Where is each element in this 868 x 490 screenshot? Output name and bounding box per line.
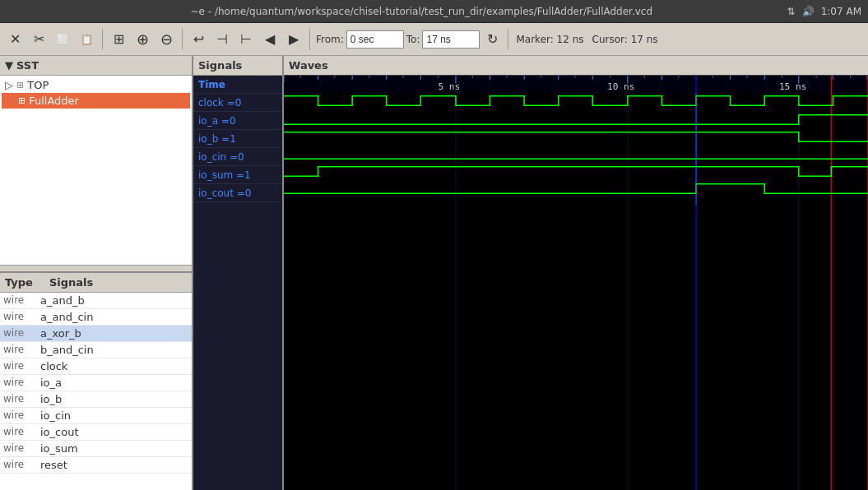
sst-header: ▼ SST — [0, 56, 192, 76]
svg-rect-0 — [284, 76, 868, 490]
signal-type-io-b: wire — [3, 393, 40, 405]
signal-type-io-cout: wire — [3, 426, 40, 438]
signal-name-reset: reset — [40, 459, 188, 471]
wave-signal-io-cout[interactable]: io_cout =0 — [193, 184, 282, 202]
signal-name-a-and-b: a_and_b — [40, 294, 188, 307]
top-label: TOP — [27, 79, 49, 91]
signal-name-clock: clock — [40, 360, 188, 372]
to-input[interactable] — [422, 30, 480, 49]
signal-row-a-and-cin[interactable]: wire a_and_cin — [0, 309, 192, 326]
from-label: From: — [314, 34, 346, 45]
signal-type-b-and-cin: wire — [3, 344, 40, 356]
signals-panel-header: Waves Signals — [193, 56, 282, 76]
signal-name-io-b: io_b — [40, 393, 188, 405]
svg-text:5 ns: 5 ns — [438, 81, 460, 92]
fulladder-icon: ⊞ — [18, 95, 26, 106]
signal-name-a-xor-b: a_xor_b — [40, 327, 188, 340]
sort-icon[interactable]: ⇅ — [787, 6, 796, 17]
signals-col-header: Signals — [49, 276, 93, 289]
cursor-info: Cursor: 17 ns — [589, 34, 661, 45]
waveform-svg: 5 ns 10 ns 15 ns — [284, 76, 868, 490]
wave-signal-io-cin[interactable]: io_cin =0 — [193, 148, 282, 166]
svg-text:15 ns: 15 ns — [779, 81, 807, 92]
signals-section-header: Type Signals — [0, 271, 192, 293]
volume-icon[interactable]: 🔊 — [802, 6, 815, 17]
fulladder-label: FullAdder — [29, 95, 79, 107]
top-group-icon: ⊞ — [16, 80, 24, 90]
toolbar-file-group: ✕ ✂ ⬜ 📋 — [3, 27, 98, 52]
signal-row-io-cout[interactable]: wire io_cout — [0, 424, 192, 441]
sst-item-fulladder[interactable]: ⊞ FullAdder — [2, 93, 190, 109]
wave-signal-clock[interactable]: clock =0 — [193, 94, 282, 112]
toolbar-zoom-group: ⊞ ⊕ ⊖ — [107, 27, 178, 52]
signal-row-a-xor-b[interactable]: wire a_xor_b — [0, 326, 192, 342]
forward-button[interactable]: ⊢ — [234, 27, 258, 52]
sst-panel: ▼ SST ▷ ⊞ TOP ⊞ FullAdder Type Signals — [0, 56, 193, 490]
svg-text:10 ns: 10 ns — [607, 81, 635, 92]
signals-panel: Waves Signals Time clock =0 io_a =0 io_b… — [193, 56, 284, 490]
signal-type-a-and-b: wire — [3, 294, 40, 307]
signal-type-io-cin: wire — [3, 409, 40, 422]
zoom-fit-button[interactable]: ⊞ — [107, 27, 130, 52]
back-button[interactable]: ⊣ — [211, 27, 234, 52]
titlebar-title: ~e - /home/quantum/workspace/chisel-tuto… — [56, 6, 787, 17]
signal-row-io-a[interactable]: wire io_a — [0, 375, 192, 391]
time-header: Time — [193, 76, 282, 94]
signal-row-io-b[interactable]: wire io_b — [0, 391, 192, 408]
title-bar: ~e - /home/quantum/workspace/chisel-tuto… — [0, 0, 868, 23]
toolbar-time-group: From: To: ↻ — [314, 27, 504, 52]
signal-type-io-sum: wire — [3, 442, 40, 455]
paste-button[interactable]: 📋 — [75, 27, 98, 52]
zoom-in-button[interactable]: ⊕ — [131, 27, 154, 52]
wave-signal-io-a[interactable]: io_a =0 — [193, 112, 282, 130]
signal-type-io-a: wire — [3, 377, 40, 389]
signal-type-a-and-cin: wire — [3, 311, 40, 323]
top-expand-icon: ▷ — [5, 79, 13, 91]
sst-expand-icon[interactable]: ▼ — [5, 59, 13, 72]
toolbar: ✕ ✂ ⬜ 📋 ⊞ ⊕ ⊖ ↩ ⊣ ⊢ ◀ ▶ From: To: ↻ Mark… — [0, 23, 868, 56]
waveform-canvas[interactable]: 5 ns 10 ns 15 ns — [284, 76, 868, 490]
titlebar-controls: ⇅ 🔊 1:07 AM — [787, 6, 861, 17]
signal-row-reset[interactable]: wire reset — [0, 457, 192, 474]
wave-signal-io-sum[interactable]: io_sum =1 — [193, 166, 282, 184]
waves-panel: Waves — [284, 56, 868, 490]
signal-name-io-cin: io_cin — [40, 409, 188, 422]
sst-tree[interactable]: ▷ ⊞ TOP ⊞ FullAdder — [0, 76, 192, 265]
wave-signal-io-b[interactable]: io_b =1 — [193, 130, 282, 148]
cut-button[interactable]: ✂ — [27, 27, 50, 52]
from-input[interactable] — [346, 30, 404, 49]
sst-item-top[interactable]: ▷ ⊞ TOP — [2, 77, 190, 93]
signal-type-a-xor-b: wire — [3, 327, 40, 340]
close-button[interactable]: ✕ — [3, 27, 26, 52]
signal-name-io-sum: io_sum — [40, 442, 188, 455]
signals-table[interactable]: wire a_and_b wire a_and_cin wire a_xor_b… — [0, 293, 192, 490]
refresh-button[interactable]: ↻ — [480, 27, 504, 52]
signal-name-io-a: io_a — [40, 377, 188, 389]
separator-4 — [508, 29, 508, 50]
signal-row-a-and-b[interactable]: wire a_and_b — [0, 293, 192, 309]
type-col-header: Type — [5, 276, 33, 289]
waves-header: Waves — [284, 56, 868, 76]
separator-3 — [309, 29, 310, 50]
nav-left-button[interactable]: ◀ — [258, 27, 281, 52]
time-display: 1:07 AM — [821, 6, 861, 17]
signal-row-b-and-cin[interactable]: wire b_and_cin — [0, 342, 192, 358]
signal-name-io-cout: io_cout — [40, 426, 188, 438]
undo-button[interactable]: ↩ — [187, 27, 210, 52]
signals-list: Time clock =0 io_a =0 io_b =1 io_cin =0 … — [193, 76, 282, 490]
signal-type-reset: wire — [3, 459, 40, 471]
separator-2 — [182, 29, 183, 50]
toolbar-nav-group: ↩ ⊣ ⊢ ◀ ▶ — [187, 27, 305, 52]
to-label: To: — [405, 34, 422, 45]
signal-row-io-cin[interactable]: wire io_cin — [0, 408, 192, 424]
main-content: ▼ SST ▷ ⊞ TOP ⊞ FullAdder Type Signals — [0, 56, 868, 490]
copy-button[interactable]: ⬜ — [51, 27, 74, 52]
signal-row-clock[interactable]: wire clock — [0, 358, 192, 375]
nav-right-button[interactable]: ▶ — [282, 27, 305, 52]
zoom-out-button[interactable]: ⊖ — [155, 27, 178, 52]
sst-title: SST — [16, 59, 39, 72]
marker-info: Marker: 12 ns — [513, 34, 587, 45]
signal-row-io-sum[interactable]: wire io_sum — [0, 441, 192, 457]
signal-name-a-and-cin: a_and_cin — [40, 311, 188, 323]
signal-name-b-and-cin: b_and_cin — [40, 344, 188, 356]
